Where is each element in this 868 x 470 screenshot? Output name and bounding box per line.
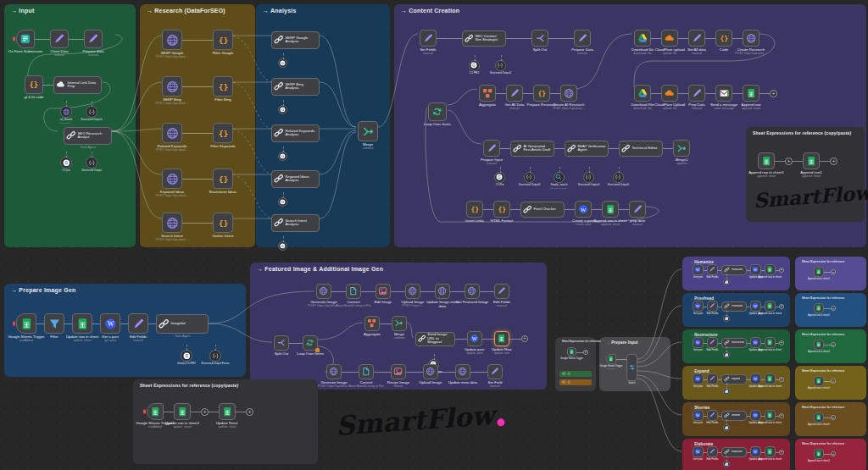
node-structured-output[interactable]: Structured Output	[86, 157, 97, 169]
node-serp-google[interactable]: SERP GooglePOST: https://api.dataf…	[162, 30, 182, 50]
node-create-ai-research[interactable]: Create AI ResearchPOST: https://api.perp…	[560, 85, 577, 102]
node-prepare-input[interactable]: Prepare Inputmanual	[483, 140, 500, 157]
node-prepare-data[interactable]: Prepare Datamanual	[574, 30, 591, 47]
node-update-row[interactable]: Update Rowupdate: row	[494, 331, 509, 346]
node-structured-output4[interactable]: Structured Output4	[583, 172, 594, 183]
sticky-note[interactable]: ={{ … }}	[559, 371, 592, 377]
node-imagebot[interactable]: ImagebotTools Agent	[156, 314, 209, 334]
node-structured-output5[interactable]: Structured Output5	[613, 172, 624, 183]
node-append-row-in-sheet[interactable]: Append row in sheet	[765, 301, 776, 312]
node-prepare-research[interactable]: {}Prepare Research	[533, 85, 550, 102]
node-generate-image[interactable]: Generate ImagePOST: https://api.bfl.ai…	[316, 284, 331, 299]
node-serp-bing-analysis[interactable]: SERP Bing Analysis	[271, 78, 320, 96]
node-google-sheets-trigger[interactable]: Google Sheets TriggerrowAdded	[16, 313, 36, 334]
node-append-row[interactable]: Append rowappend: sheet	[743, 85, 760, 102]
node-elaborate[interactable]: Elaborate	[721, 447, 747, 457]
node-get-post[interactable]: WGet post	[693, 301, 704, 312]
plus-icon[interactable]: +	[246, 408, 253, 416]
node-append-row-in-sheet1[interactable]: Append row in sheet1	[814, 303, 824, 313]
node-append-row-in-sheet1[interactable]: Append row in sheet1	[814, 267, 824, 277]
plus-icon[interactable]: +	[779, 304, 784, 309]
node-create-research[interactable]: Create ResearchPOST: https://api.perp…	[743, 30, 760, 47]
node-prepare-data[interactable]: Prepare datamanual	[84, 30, 103, 48]
node-edit-fields[interactable]: Edit Fields	[707, 410, 718, 421]
node-upload-image[interactable]: Upload ImagePOST: https://…	[405, 284, 420, 299]
node-aggregate[interactable]: Aggregate	[364, 316, 380, 331]
node-get-post[interactable]: WGet post	[693, 410, 704, 421]
node-edit-fields[interactable]: Edit Fieldsmanual	[494, 284, 509, 299]
node-get-post[interactable]: WGet post	[693, 264, 704, 275]
plus-icon[interactable]: +	[831, 306, 836, 311]
plus-icon[interactable]: +	[785, 158, 793, 165]
node-gl-ht-code[interactable]: {}gl & ht code	[25, 75, 43, 94]
node-2-5-pro[interactable]: G2.5 PRO	[469, 60, 480, 71]
node-get-post[interactable]: WGet post	[693, 337, 704, 348]
node-prep-data[interactable]: Prep Datamanual	[688, 85, 705, 102]
node-download-file[interactable]: Download filedownload: file	[634, 30, 651, 47]
node-gemini[interactable]: G	[278, 105, 287, 114]
node-append-row-in-sheet1[interactable]: Append row in sheet1	[814, 412, 824, 423]
node-update-post[interactable]: WUpdate post	[750, 301, 761, 312]
node-filter-keywords[interactable]: {}Filter Keywords	[213, 123, 233, 143]
node-update-post[interactable]: WUpdate postupdate: post	[467, 331, 482, 346]
node-edit-image[interactable]: Edit Image	[376, 284, 391, 299]
plus-icon[interactable]: +	[831, 415, 836, 420]
node-html-format[interactable]: {}HTML Format	[493, 201, 510, 218]
node-split-out[interactable]: Split Out	[274, 335, 289, 351]
node-convert[interactable]: ConvertMove Base64 string to File	[359, 364, 374, 379]
node-update-post[interactable]: WUpdate post	[750, 264, 761, 275]
node-google-sheets-trigger[interactable]: Google Sheets Trigger	[567, 347, 576, 357]
node-merge1[interactable]: Merge1append	[673, 140, 690, 157]
node-expand[interactable]: Expand	[721, 374, 747, 384]
node-update-row-in-sheet[interactable]: Update row in sheetupdate: sheet	[72, 313, 92, 334]
node-update-meta-data[interactable]: Update meta data	[455, 364, 470, 379]
node-set-all-data[interactable]: Set All datamanual	[688, 30, 705, 47]
node-append-row-in-sheet[interactable]: Append row in sheet	[765, 264, 776, 275]
node-edit-fields[interactable]: Edit Fields	[707, 446, 718, 457]
node-download-file[interactable]: Download Filedownload: file	[634, 85, 651, 102]
node-filter-google[interactable]: {}Filter Google	[213, 30, 233, 50]
node-get-all-data[interactable]: Get All Datamanual	[506, 85, 523, 102]
node-search-intent[interactable]: Search IntentPOST: https://api.dataf…	[162, 213, 182, 233]
node-insert-links[interactable]: {}Insert Links	[466, 201, 483, 218]
plus-icon[interactable]: +	[831, 451, 836, 456]
node-google-sheets-trigger1[interactable]: Google Sheets Trigger1rowAdded	[147, 403, 164, 420]
node-humanize[interactable]: Humanize	[721, 265, 747, 275]
node-gather-intent[interactable]: {}Gather Intent	[213, 213, 233, 233]
node-cloudflare-upload[interactable]: CloudFlare Uploadupload: file	[661, 85, 678, 102]
node-append-row-in-sheet[interactable]: Append row in sheetappend: sheet	[602, 201, 619, 218]
node-seo-content-site-strategist[interactable]: SEO Content Site Strategist	[462, 30, 506, 47]
node-get-post[interactable]: WGet post	[693, 373, 704, 384]
node-upload-image[interactable]: Upload Image	[423, 364, 438, 379]
node-shorten[interactable]: Shorten	[721, 411, 747, 421]
node-gemini[interactable]: G	[723, 424, 730, 431]
plus-icon[interactable]: +	[831, 342, 836, 347]
node-gemini[interactable]: G	[723, 315, 730, 322]
node-filter-bing[interactable]: {}Filter Bing	[213, 76, 233, 97]
plus-icon[interactable]: +	[831, 379, 836, 384]
node-aggregate[interactable]: Aggregate	[479, 85, 496, 102]
node-get-featured-image[interactable]: Get Featured Image	[465, 284, 480, 299]
node-client-data[interactable]: Client Datamanual	[50, 30, 69, 48]
node-edit-fields[interactable]: Edit Fields	[707, 373, 718, 384]
node-2-5-pro[interactable]: G2.5 pro	[60, 157, 72, 169]
sticky-note[interactable]: ={{ … }}	[559, 379, 592, 385]
node-structured-output-parser[interactable]: Structured Output Parser	[209, 350, 221, 362]
node-google-sheets-trigger[interactable]: Google Sheets TriggerrowAdded	[606, 354, 616, 364]
node-seo-research-analyst[interactable]: SEO Research AnalystTools Agent	[64, 127, 112, 145]
node-set-fields[interactable]: Set Fieldsmanual	[420, 30, 437, 47]
node-2-5-pro[interactable]: G2.5 Pro	[494, 172, 505, 183]
node-structured-output2[interactable]: Structured Output2	[495, 60, 506, 71]
node-gemini-2-5-pro[interactable]: GGemini 2.5 PRO	[181, 350, 192, 362]
node-related-keywords[interactable]: Related KeywordsPOST: https://api.dataf…	[162, 123, 182, 143]
node-gemini[interactable]: G	[278, 152, 287, 161]
node-keyword-ideas[interactable]: Keyword IdeasPOST: https://api.dataf…	[162, 169, 182, 189]
node-search-intent-analysis[interactable]: Search Intent Analysis	[271, 214, 320, 232]
plus-icon[interactable]: +	[770, 90, 777, 97]
node-structured-output1[interactable]: Structured Output1	[86, 106, 97, 118]
node-code[interactable]: {}Code	[715, 30, 732, 47]
node-switch[interactable]: Switch	[626, 354, 637, 381]
node-serp-google-analysis[interactable]: SERP Google Analysis	[271, 31, 320, 49]
node-ai-generated-first-article-draft[interactable]: AI Generated First Article Draft	[510, 141, 554, 157]
node-generate-image[interactable]: Generate ImagePOST: https://api.bfl.ai…	[326, 364, 342, 379]
